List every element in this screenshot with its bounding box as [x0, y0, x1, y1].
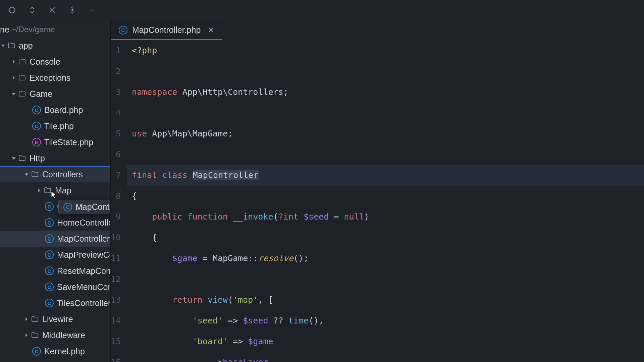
php-class-icon: C [32, 347, 41, 356]
line-number: 3 [111, 82, 121, 103]
code-line[interactable]: use App\Map\MapGame; [132, 123, 644, 144]
code-line[interactable] [132, 103, 644, 123]
tree-item-label: Board.php [44, 105, 83, 115]
line-number: 13 [111, 290, 121, 310]
php-class-icon: C [119, 26, 127, 35]
php-class-icon: C [45, 283, 54, 291]
project-tree[interactable]: ne ~/Dev/gameappConsoleExceptionsGameCBo… [0, 20, 111, 362]
tree-item-label: MapPreviewContro [57, 250, 111, 260]
tree-item[interactable]: CController.php [0, 198, 110, 215]
code-line[interactable]: <?php [132, 40, 644, 61]
tree-item[interactable]: Game [0, 86, 110, 102]
tab-bar: C MapController.php ✕ [111, 20, 644, 40]
php-enum-icon: E [32, 138, 41, 146]
tree-item-label: Controllers [42, 170, 83, 179]
toolbar-icon-group [0, 0, 98, 20]
folder-icon [31, 170, 39, 178]
chevron-right-icon[interactable] [23, 332, 30, 338]
code-line[interactable]: { [132, 227, 644, 248]
code-line[interactable]: 'board' => $game [132, 331, 644, 352]
line-number: 16 [111, 352, 121, 362]
chevron-down-icon[interactable] [23, 171, 30, 177]
tree-item[interactable]: CHomeController.ph [0, 215, 110, 231]
php-class-icon: C [32, 122, 41, 130]
chevron-down-icon[interactable] [11, 91, 17, 97]
tree-item-label: HomeController.ph [57, 218, 111, 228]
line-number: 12 [111, 269, 121, 290]
code-line[interactable]: final class MapController [127, 165, 644, 186]
chevron-right-icon[interactable] [23, 316, 30, 322]
minimize-icon[interactable] [87, 5, 98, 15]
tree-item-label: Map [55, 186, 71, 195]
line-number: 9 [111, 206, 121, 227]
folder-icon [18, 58, 26, 66]
tree-item-label: Http [30, 154, 45, 163]
expand-collapse-icon[interactable] [27, 5, 38, 15]
code-line[interactable]: 'seed' => $seed ?? time(), [132, 310, 644, 331]
tree-item[interactable]: Exceptions [0, 70, 110, 86]
code-line[interactable]: public function __invoke(?int $seed = nu… [132, 206, 644, 227]
tree-item[interactable]: CResetMapControlle [0, 263, 110, 279]
code-content[interactable]: <?php namespace App\Http\Controllers; us… [127, 40, 644, 362]
project-root[interactable]: ne ~/Dev/game [0, 21, 110, 38]
tree-item-label: Controller.php [57, 202, 109, 212]
chevron-right-icon[interactable] [11, 75, 17, 81]
tree-item[interactable]: Map [0, 182, 110, 198]
tree-item[interactable]: Console [0, 54, 110, 70]
code-line[interactable]: { [132, 186, 644, 206]
tree-item[interactable]: Http [0, 150, 110, 166]
tree-item[interactable]: Livewire [0, 311, 110, 327]
tree-item[interactable]: app [0, 38, 110, 54]
folder-icon [31, 315, 39, 323]
chevron-down-icon[interactable] [0, 43, 6, 49]
tree-item[interactable]: CBoard.php [0, 102, 110, 118]
folder-icon [44, 186, 52, 194]
svg-point-0 [9, 7, 15, 13]
tree-item-label: MapController.php [57, 234, 111, 244]
folder-icon [18, 74, 26, 82]
code-line[interactable] [132, 61, 644, 82]
tree-item[interactable]: CTile.php [0, 118, 110, 134]
tab-mapcontroller[interactable]: C MapController.php ✕ [111, 20, 222, 40]
svg-point-9 [72, 12, 73, 13]
code-line[interactable]: ->baseLayer [132, 352, 644, 362]
tree-item[interactable]: CTilesController.php [0, 295, 110, 311]
tree-item-label: app [19, 41, 33, 51]
php-class-icon: C [45, 250, 54, 259]
code-line[interactable] [132, 269, 644, 290]
line-number: 15 [111, 331, 121, 352]
close-icon[interactable] [47, 5, 58, 15]
tree-item[interactable]: CKernel.php [0, 343, 110, 359]
tree-item[interactable]: Middleware [0, 327, 110, 343]
tree-item-label: Livewire [42, 314, 73, 324]
tree-item[interactable]: CMapPreviewContro [0, 247, 110, 263]
chevron-down-icon[interactable] [11, 155, 17, 161]
folder-icon [31, 331, 39, 339]
tree-item[interactable]: ETileState.php [0, 134, 110, 150]
code-line[interactable]: $game = MapGame::resolve(); [132, 248, 644, 269]
php-class-icon: C [45, 234, 54, 243]
tree-item-label: TilesController.php [57, 298, 111, 308]
code-line[interactable] [132, 144, 644, 165]
tree-item[interactable]: Controllers [0, 166, 110, 182]
tree-item-label: ResetMapControlle [57, 266, 111, 276]
code-editor[interactable]: 12345678910111213141516 <?php namespace … [111, 40, 644, 362]
line-number: 7 [111, 165, 121, 186]
svg-point-8 [72, 9, 73, 11]
tree-item-label: TileState.php [44, 137, 93, 147]
code-line[interactable]: return view('map', [ [132, 290, 644, 310]
php-class-icon: C [45, 202, 54, 211]
line-gutter: 12345678910111213141516 [111, 40, 127, 362]
code-line[interactable]: namespace App\Http\Controllers; [132, 82, 644, 103]
toolbar-separator [105, 3, 105, 17]
php-class-icon: C [45, 299, 54, 307]
chevron-right-icon[interactable] [36, 187, 42, 193]
more-icon[interactable] [67, 5, 78, 15]
target-icon[interactable] [7, 5, 17, 15]
tab-label: MapController.php [132, 25, 201, 35]
tab-close-icon[interactable]: ✕ [208, 26, 214, 35]
line-number: 5 [111, 123, 121, 144]
tree-item[interactable]: CMapController.php [0, 231, 110, 247]
chevron-right-icon[interactable] [11, 59, 17, 65]
tree-item[interactable]: CSaveMenuControlle [0, 279, 110, 295]
